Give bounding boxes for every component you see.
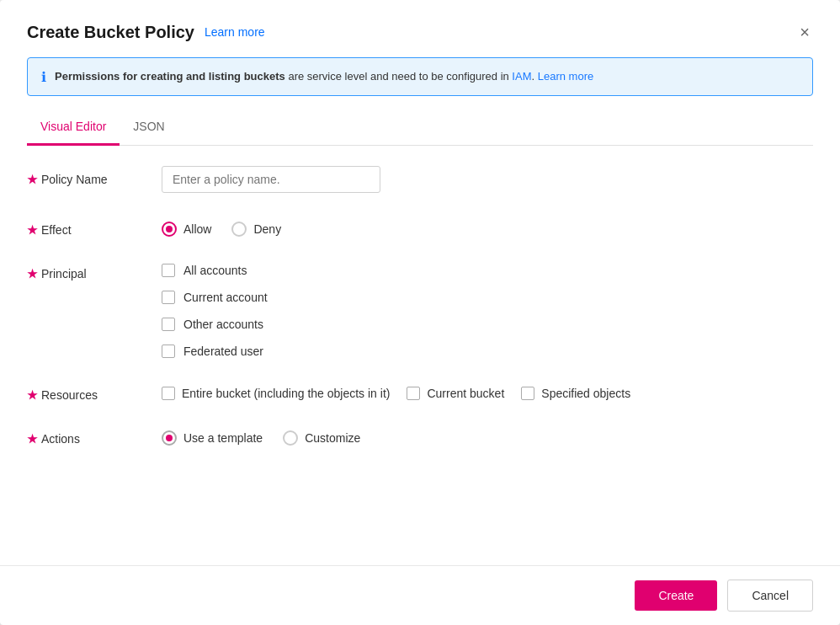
info-text-normal: are service level and need to be configu…: [285, 70, 513, 83]
resources-checkbox-group: Entire bucket (including the objects in …: [162, 382, 813, 400]
info-icon: ℹ: [41, 69, 46, 85]
required-star-principal: ★: [27, 267, 38, 280]
principal-all-accounts[interactable]: All accounts: [162, 264, 813, 277]
action-customize-radio[interactable]: [283, 430, 298, 446]
principal-federated-user[interactable]: Federated user: [162, 345, 813, 358]
effect-content: Allow Deny: [162, 216, 813, 237]
form-row-effect: ★ Effect Allow Deny: [27, 216, 813, 237]
form-row-actions: ★ Actions Use a template Customize: [27, 425, 813, 446]
iam-link[interactable]: IAM: [512, 70, 531, 83]
principal-federated-user-checkbox[interactable]: [162, 345, 175, 358]
tab-visual-editor[interactable]: Visual Editor: [27, 110, 120, 146]
effect-allow[interactable]: Allow: [162, 222, 211, 237]
tabs-bar: Visual Editor JSON: [27, 110, 813, 146]
resource-current-bucket-checkbox[interactable]: [407, 387, 420, 400]
actions-label: ★ Actions: [27, 425, 162, 446]
action-use-template[interactable]: Use a template: [162, 430, 263, 446]
resource-current-bucket[interactable]: Current bucket: [407, 387, 504, 400]
principal-current-account-checkbox[interactable]: [162, 291, 175, 304]
info-text-bold: Permissions for creating and listing buc…: [55, 70, 285, 83]
effect-allow-label: Allow: [183, 222, 211, 236]
policy-name-input[interactable]: [162, 166, 380, 193]
close-button[interactable]: ×: [796, 20, 813, 44]
dialog-footer: Create Cancel: [0, 565, 840, 625]
info-banner-text: Permissions for creating and listing buc…: [55, 68, 593, 85]
tab-json[interactable]: JSON: [120, 110, 178, 146]
principal-all-accounts-label: All accounts: [183, 264, 247, 277]
principal-checkbox-group: All accounts Current account Other accou…: [162, 260, 813, 358]
effect-deny[interactable]: Deny: [231, 222, 281, 237]
policy-name-label: ★ Policy Name: [27, 166, 162, 186]
effect-deny-label: Deny: [253, 222, 281, 236]
action-customize[interactable]: Customize: [283, 430, 360, 446]
effect-deny-radio[interactable]: [231, 222, 247, 237]
resource-specified-objects-checkbox[interactable]: [521, 387, 534, 400]
learn-more-header-link[interactable]: Learn more: [205, 25, 265, 39]
dialog-title: Create Bucket Policy Learn more: [27, 23, 265, 42]
effect-label: ★ Effect: [27, 216, 162, 237]
resource-specified-objects[interactable]: Specified objects: [521, 387, 630, 400]
required-star: ★: [27, 173, 38, 186]
actions-content: Use a template Customize: [162, 425, 813, 446]
principal-other-accounts[interactable]: Other accounts: [162, 318, 813, 331]
resource-entire-bucket-label: Entire bucket (including the objects in …: [182, 387, 390, 400]
principal-current-account-label: Current account: [183, 291, 268, 304]
action-use-template-label: Use a template: [183, 431, 263, 445]
create-bucket-policy-dialog: Create Bucket Policy Learn more × ℹ Perm…: [0, 0, 840, 625]
principal-label: ★ Principal: [27, 260, 162, 280]
resource-entire-bucket[interactable]: Entire bucket (including the objects in …: [162, 387, 390, 400]
info-learn-more-link[interactable]: Learn more: [538, 70, 593, 83]
required-star-actions: ★: [27, 432, 38, 446]
content-area: Visual Editor JSON ★ Policy Name: [0, 110, 840, 565]
resource-current-bucket-label: Current bucket: [427, 387, 504, 400]
main-scroll-area: Visual Editor JSON ★ Policy Name: [0, 110, 840, 565]
principal-all-accounts-checkbox[interactable]: [162, 264, 175, 277]
resource-entire-bucket-checkbox[interactable]: [162, 387, 175, 400]
principal-federated-user-label: Federated user: [183, 345, 263, 358]
effect-radio-group: Allow Deny: [162, 216, 813, 237]
form-row-resources: ★ Resources Entire bucket (including the…: [27, 382, 813, 402]
principal-content: All accounts Current account Other accou…: [162, 260, 813, 358]
dialog-header: Create Bucket Policy Learn more ×: [0, 0, 840, 57]
action-use-template-radio[interactable]: [162, 430, 177, 446]
info-banner: ℹ Permissions for creating and listing b…: [27, 57, 813, 96]
create-button[interactable]: Create: [635, 580, 717, 611]
policy-name-content: [162, 166, 813, 193]
principal-other-accounts-label: Other accounts: [183, 318, 263, 331]
title-text: Create Bucket Policy: [27, 23, 194, 42]
principal-current-account[interactable]: Current account: [162, 291, 813, 304]
actions-radio-group: Use a template Customize: [162, 425, 813, 446]
action-customize-label: Customize: [305, 431, 360, 445]
cancel-button[interactable]: Cancel: [727, 580, 813, 612]
resources-content: Entire bucket (including the objects in …: [162, 382, 813, 400]
resources-label: ★ Resources: [27, 382, 162, 402]
resource-specified-objects-label: Specified objects: [541, 387, 630, 400]
required-star-effect: ★: [27, 223, 38, 237]
form-row-policy-name: ★ Policy Name: [27, 166, 813, 193]
principal-other-accounts-checkbox[interactable]: [162, 318, 175, 331]
form-row-principal: ★ Principal All accounts Current account: [27, 260, 813, 358]
required-star-resources: ★: [27, 388, 38, 402]
effect-allow-radio[interactable]: [162, 222, 177, 237]
